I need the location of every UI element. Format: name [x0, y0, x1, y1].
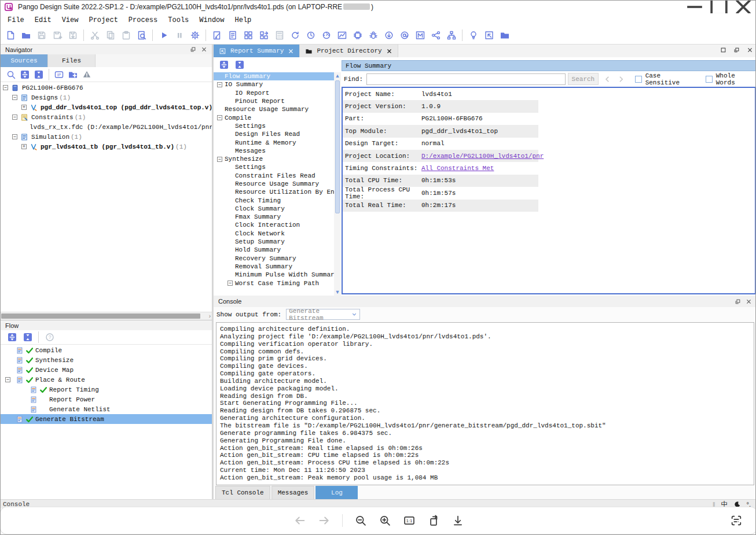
find-previous-icon[interactable]	[603, 75, 612, 84]
menu-tools[interactable]: Tools	[163, 15, 194, 25]
menu-window[interactable]: Window	[194, 15, 229, 25]
rotate-icon[interactable]	[427, 514, 440, 527]
flow-step[interactable]: Generate Bitstream	[1, 414, 212, 424]
find-next-icon[interactable]	[616, 75, 625, 84]
whole-words-checkbox[interactable]	[706, 76, 713, 83]
expand-all-button[interactable]	[216, 57, 232, 72]
chart-box-button[interactable]	[334, 28, 350, 43]
output-source-dropdown[interactable]: Generate Bitstream	[286, 309, 360, 320]
flow-step[interactable]: −Place & Route	[1, 375, 212, 385]
collapse-all-button[interactable]	[20, 330, 35, 345]
report-tree-item[interactable]: Resource Utilization By Ent…	[214, 188, 341, 196]
tab-project-directory[interactable]: Project Directory	[300, 45, 398, 57]
tree-expander[interactable]: −	[12, 95, 17, 100]
new-file-button[interactable]	[2, 28, 18, 43]
menu-project[interactable]: Project	[83, 15, 123, 25]
scrollbar-right-arrow[interactable]: ›	[209, 313, 211, 319]
tree-expander[interactable]: −	[3, 85, 8, 90]
report-tree-item[interactable]: Clock Summary	[214, 205, 341, 213]
tree-item[interactable]: −Simulation (1)	[1, 132, 212, 142]
console-log[interactable]: Compiling architecture definition.Analyz…	[216, 322, 754, 485]
hierarchy-button[interactable]	[443, 28, 459, 43]
forward-arrow-icon[interactable]	[318, 514, 331, 527]
search-button[interactable]	[4, 67, 18, 82]
back-arrow-icon[interactable]	[293, 514, 306, 527]
scrollbar-down-arrow[interactable]: ▼	[335, 289, 340, 295]
maximize-button[interactable]	[707, 1, 731, 13]
console-tab-messages[interactable]: Messages	[271, 486, 315, 499]
case-sensitive-checkbox[interactable]	[635, 76, 642, 83]
run-button[interactable]	[156, 28, 171, 43]
tree-expander[interactable]: −	[12, 134, 17, 139]
tree-item[interactable]: −Designs (1)	[1, 93, 212, 102]
menu-process[interactable]: Process	[123, 15, 163, 25]
gauge-circle-button[interactable]	[318, 28, 334, 43]
tree-expander[interactable]: −	[227, 281, 233, 286]
close-button[interactable]	[731, 1, 755, 13]
ime-panel-icon[interactable]	[730, 514, 743, 527]
block-map-button[interactable]	[256, 28, 271, 43]
tree-expander[interactable]: −	[217, 82, 222, 87]
menu-view[interactable]: View	[57, 15, 84, 25]
bug-button[interactable]	[365, 28, 381, 43]
menu-file[interactable]: File	[2, 15, 30, 25]
report-tree-item[interactable]: Resource Usage Summary	[214, 105, 341, 113]
flow-step[interactable]: Compile	[1, 345, 212, 355]
tree-expander[interactable]: −	[5, 377, 10, 382]
row-value[interactable]: All Constraints Met	[421, 165, 494, 172]
open-folder-button[interactable]	[18, 28, 34, 43]
report-tree-item[interactable]: IO Report	[214, 89, 341, 97]
expand-all-button[interactable]	[18, 67, 32, 82]
report-tree-item[interactable]: Clock Interaction	[214, 221, 341, 229]
tab-close-icon[interactable]	[288, 48, 294, 54]
zoom-in-icon[interactable]	[379, 514, 391, 527]
one-to-one-icon[interactable]: 1:1	[403, 514, 416, 527]
float-panel-icon[interactable]	[735, 298, 741, 305]
report-tree-item[interactable]: Settings	[214, 163, 341, 171]
row-value[interactable]: D:/example/PG2L100H_lvds4to1/pnr	[421, 153, 544, 160]
report-tree-item[interactable]: −Compile	[214, 113, 341, 121]
folder-filled-button[interactable]	[497, 28, 512, 43]
refresh-circle-button[interactable]	[287, 28, 303, 43]
report-tree-item[interactable]: Design Files Read	[214, 130, 341, 138]
expand-all-button[interactable]	[4, 330, 20, 345]
at-circle-button[interactable]	[397, 28, 412, 43]
minimize-button[interactable]	[682, 1, 707, 13]
report-tree-item[interactable]: Settings	[214, 122, 341, 130]
report-tree-item[interactable]: Flow Summary	[214, 72, 341, 80]
tree-item[interactable]: −PG2L100H-6FBG676	[1, 83, 212, 93]
restore-pane-icon[interactable]	[720, 47, 726, 53]
clock-circle-button[interactable]	[303, 28, 318, 43]
tree-expander[interactable]: +	[21, 105, 27, 110]
scrollbar-thumb[interactable]	[1, 313, 200, 319]
report-tree-item[interactable]: −IO Summary	[214, 80, 341, 88]
console-tab-tcl-console[interactable]: Tcl Console	[215, 486, 270, 499]
float-panel-icon[interactable]	[190, 46, 196, 53]
report-tree-item[interactable]: Runtime & Memory	[214, 138, 341, 146]
tree-item[interactable]: +pgr_lvds4to1_tb (pgr_lvds4to1_tb.v) (1)	[1, 142, 212, 152]
flow-step[interactable]: Report Power	[1, 394, 212, 404]
report-tree-item[interactable]: Clock Network	[214, 230, 341, 238]
report-tree-item[interactable]: Constraint Files Read	[214, 172, 341, 180]
tab-report-summary[interactable]: Report Summary	[214, 45, 300, 57]
messages-warn-button[interactable]	[80, 67, 94, 82]
scrollbar-thumb[interactable]	[335, 80, 340, 213]
bulb-button[interactable]	[465, 28, 481, 43]
floorplan-button[interactable]	[481, 28, 497, 43]
report-tree-scrollbar[interactable]: ▲ ▼	[334, 72, 341, 296]
report-doc-button[interactable]	[225, 28, 240, 43]
menu-help[interactable]: Help	[230, 15, 257, 25]
find-in-file-button[interactable]	[134, 28, 149, 43]
report-tree-item[interactable]: Check Timing	[214, 196, 341, 204]
edit-constraints-button[interactable]	[209, 28, 225, 43]
report-tree-item[interactable]: Resource Usage Summary	[214, 180, 341, 188]
tree-item[interactable]: +pgd_ddr_lvds4to1_top (pgd_ddr_lvds4to1_…	[1, 102, 212, 112]
close-panel-icon[interactable]	[201, 46, 207, 53]
search-button[interactable]: Search	[568, 73, 599, 85]
download-icon[interactable]	[452, 514, 464, 527]
flow-step[interactable]: Generate Netlist	[1, 404, 212, 414]
collapse-all-button[interactable]	[32, 67, 46, 82]
navigator-tab-files[interactable]: Files	[48, 54, 96, 67]
add-folder-button[interactable]	[66, 67, 80, 82]
report-tree-item[interactable]: Pinout Report	[214, 97, 341, 105]
